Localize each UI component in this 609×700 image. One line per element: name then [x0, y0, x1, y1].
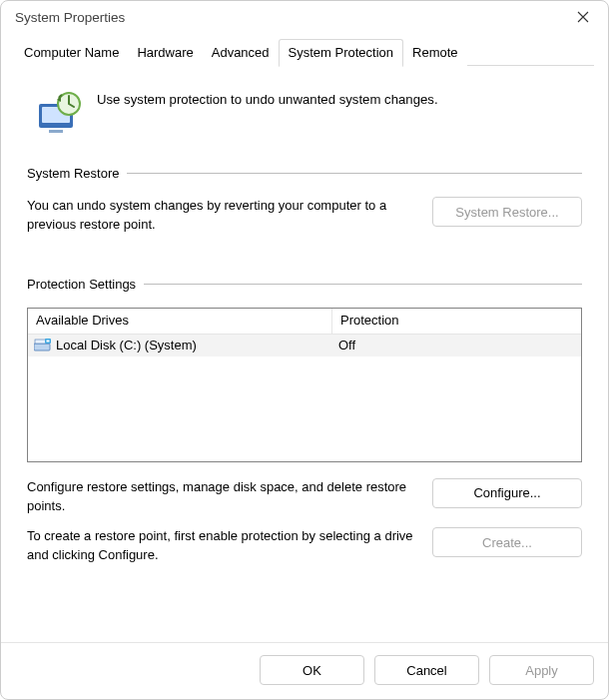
group-title: System Restore: [27, 166, 119, 181]
create-desc: To create a restore point, first enable …: [27, 527, 416, 565]
dialog-footer: OK Cancel Apply: [1, 642, 608, 699]
group-header: Protection Settings: [27, 277, 582, 292]
tab-hardware[interactable]: Hardware: [128, 39, 202, 66]
intro-text: Use system protection to undo unwanted s…: [97, 88, 438, 107]
svg-rect-2: [49, 130, 63, 133]
drive-row[interactable]: Local Disk (C:) (System) Off: [28, 335, 581, 356]
tab-computer-name[interactable]: Computer Name: [15, 39, 128, 66]
column-protection[interactable]: Protection: [332, 309, 581, 334]
group-protection-settings: Protection Settings Available Drives Pro…: [27, 277, 582, 575]
drive-icon: [34, 339, 52, 352]
system-properties-window: System Properties Computer Name Hardware…: [0, 0, 609, 700]
tab-remote[interactable]: Remote: [403, 39, 467, 66]
tab-advanced[interactable]: Advanced: [203, 39, 279, 66]
tab-page-system-protection: Use system protection to undo unwanted s…: [1, 66, 608, 642]
svg-rect-5: [34, 344, 50, 350]
close-icon: [577, 11, 589, 23]
drive-name: Local Disk (C:) (System): [56, 338, 197, 352]
configure-desc: Configure restore settings, manage disk …: [27, 478, 416, 516]
column-available-drives[interactable]: Available Drives: [28, 309, 332, 334]
system-restore-desc: You can undo system changes by reverting…: [27, 197, 416, 235]
group-system-restore: System Restore You can undo system chang…: [27, 166, 582, 245]
create-button[interactable]: Create...: [432, 527, 582, 557]
configure-button[interactable]: Configure...: [432, 478, 582, 508]
group-header: System Restore: [27, 166, 582, 181]
window-title: System Properties: [15, 10, 560, 25]
system-protection-icon: [35, 88, 83, 136]
system-restore-button[interactable]: System Restore...: [432, 197, 582, 227]
drives-list[interactable]: Available Drives Protection Local Disk (…: [27, 308, 582, 462]
intro-row: Use system protection to undo unwanted s…: [27, 84, 582, 142]
group-title: Protection Settings: [27, 277, 136, 292]
apply-button[interactable]: Apply: [489, 655, 594, 685]
tab-system-protection[interactable]: System Protection: [279, 39, 404, 67]
group-rule: [127, 173, 582, 174]
titlebar: System Properties: [1, 1, 608, 33]
svg-rect-8: [47, 340, 50, 342]
close-button[interactable]: [560, 2, 606, 32]
ok-button[interactable]: OK: [260, 655, 364, 685]
drive-protection: Off: [338, 338, 355, 352]
group-rule: [144, 284, 582, 285]
cancel-button[interactable]: Cancel: [374, 655, 479, 685]
tabs: Computer Name Hardware Advanced System P…: [1, 33, 608, 66]
drives-header: Available Drives Protection: [28, 309, 581, 335]
